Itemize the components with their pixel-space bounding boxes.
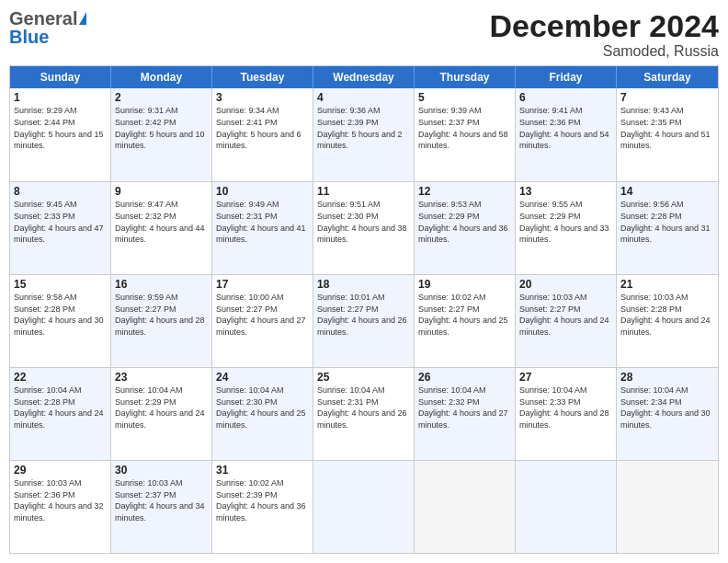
day-1: 1 Sunrise: 9:29 AM Sunset: 2:44 PM Dayli… [10, 88, 111, 181]
day-17: 17 Sunrise: 10:00 AM Sunset: 2:27 PM Day… [212, 275, 313, 367]
title-month: December 2024 [489, 9, 719, 43]
sunrise-2: Sunrise: 9:31 AM [115, 105, 208, 117]
day-3: 3 Sunrise: 9:34 AM Sunset: 2:41 PM Dayli… [212, 88, 313, 181]
day-15: 15 Sunrise: 9:58 AM Sunset: 2:28 PM Dayl… [10, 275, 111, 367]
day-29: 29 Sunrise: 10:03 AM Sunset: 2:36 PM Day… [10, 461, 111, 553]
calendar: Sunday Monday Tuesday Wednesday Thursday… [9, 65, 719, 554]
day-18: 18 Sunrise: 10:01 AM Sunset: 2:27 PM Day… [313, 275, 415, 367]
empty-3 [516, 461, 617, 553]
daylight-2: Daylight: 5 hours and 10 minutes. [115, 129, 208, 152]
week-row-3: 15 Sunrise: 9:58 AM Sunset: 2:28 PM Dayl… [10, 274, 718, 367]
header: General Blue December 2024 Samoded, Russ… [9, 9, 719, 60]
day-num-2: 2 [115, 91, 208, 104]
day-6: 6 Sunrise: 9:41 AM Sunset: 2:36 PM Dayli… [516, 88, 617, 181]
week-row-2: 8 Sunrise: 9:45 AM Sunset: 2:33 PM Dayli… [10, 181, 718, 274]
day-5: 5 Sunrise: 9:39 AM Sunset: 2:37 PM Dayli… [415, 88, 516, 181]
dow-monday: Monday [111, 66, 212, 88]
day-31: 31 Sunrise: 10:02 AM Sunset: 2:39 PM Day… [212, 461, 313, 553]
dow-sunday: Sunday [10, 66, 111, 88]
page: General Blue December 2024 Samoded, Russ… [0, 0, 728, 563]
calendar-header: Sunday Monday Tuesday Wednesday Thursday… [10, 66, 718, 88]
day-11: 11 Sunrise: 9:51 AM Sunset: 2:30 PM Dayl… [313, 182, 415, 274]
day-14: 14 Sunrise: 9:56 AM Sunset: 2:28 PM Dayl… [617, 182, 718, 274]
sunset-1: Sunset: 2:44 PM [14, 117, 107, 129]
day-24: 24 Sunrise: 10:04 AM Sunset: 2:30 PM Day… [212, 368, 313, 460]
day-26: 26 Sunrise: 10:04 AM Sunset: 2:32 PM Day… [415, 368, 516, 460]
logo: General Blue [9, 9, 86, 46]
day-27: 27 Sunrise: 10:04 AM Sunset: 2:33 PM Day… [516, 368, 617, 460]
daylight-1: Daylight: 5 hours and 15 minutes. [14, 129, 107, 152]
day-12: 12 Sunrise: 9:53 AM Sunset: 2:29 PM Dayl… [415, 182, 516, 274]
dow-saturday: Saturday [617, 66, 718, 88]
day-30: 30 Sunrise: 10:03 AM Sunset: 2:37 PM Day… [111, 461, 212, 553]
empty-4 [617, 461, 718, 553]
calendar-body: 1 Sunrise: 9:29 AM Sunset: 2:44 PM Dayli… [10, 88, 718, 553]
day-23: 23 Sunrise: 10:04 AM Sunset: 2:29 PM Day… [111, 368, 212, 460]
day-7: 7 Sunrise: 9:43 AM Sunset: 2:35 PM Dayli… [617, 88, 718, 181]
dow-tuesday: Tuesday [212, 66, 313, 88]
week-row-4: 22 Sunrise: 10:04 AM Sunset: 2:28 PM Day… [10, 367, 718, 460]
day-2: 2 Sunrise: 9:31 AM Sunset: 2:42 PM Dayli… [111, 88, 212, 181]
empty-2 [415, 461, 516, 553]
day-10: 10 Sunrise: 9:49 AM Sunset: 2:31 PM Dayl… [212, 182, 313, 274]
dow-thursday: Thursday [415, 66, 516, 88]
day-8: 8 Sunrise: 9:45 AM Sunset: 2:33 PM Dayli… [10, 182, 111, 274]
logo-triangle-icon [79, 12, 86, 25]
empty-1 [313, 461, 415, 553]
day-22: 22 Sunrise: 10:04 AM Sunset: 2:28 PM Day… [10, 368, 111, 460]
week-row-5: 29 Sunrise: 10:03 AM Sunset: 2:36 PM Day… [10, 460, 718, 553]
dow-friday: Friday [516, 66, 617, 88]
day-13: 13 Sunrise: 9:55 AM Sunset: 2:29 PM Dayl… [516, 182, 617, 274]
week-row-1: 1 Sunrise: 9:29 AM Sunset: 2:44 PM Dayli… [10, 88, 718, 181]
sunset-2: Sunset: 2:42 PM [115, 117, 208, 129]
day-num-1: 1 [14, 91, 107, 104]
day-16: 16 Sunrise: 9:59 AM Sunset: 2:27 PM Dayl… [111, 275, 212, 367]
logo-blue: Blue [9, 28, 49, 46]
day-28: 28 Sunrise: 10:04 AM Sunset: 2:34 PM Day… [617, 368, 718, 460]
dow-wednesday: Wednesday [313, 66, 415, 88]
day-20: 20 Sunrise: 10:03 AM Sunset: 2:27 PM Day… [516, 275, 617, 367]
sunrise-1: Sunrise: 9:29 AM [14, 105, 107, 117]
day-4: 4 Sunrise: 9:36 AM Sunset: 2:39 PM Dayli… [313, 88, 415, 181]
title-block: December 2024 Samoded, Russia [489, 9, 719, 60]
title-location: Samoded, Russia [489, 43, 719, 60]
day-25: 25 Sunrise: 10:04 AM Sunset: 2:31 PM Day… [313, 368, 415, 460]
logo-general: General [9, 9, 77, 28]
day-9: 9 Sunrise: 9:47 AM Sunset: 2:32 PM Dayli… [111, 182, 212, 274]
day-19: 19 Sunrise: 10:02 AM Sunset: 2:27 PM Day… [415, 275, 516, 367]
day-21: 21 Sunrise: 10:03 AM Sunset: 2:28 PM Day… [617, 275, 718, 367]
